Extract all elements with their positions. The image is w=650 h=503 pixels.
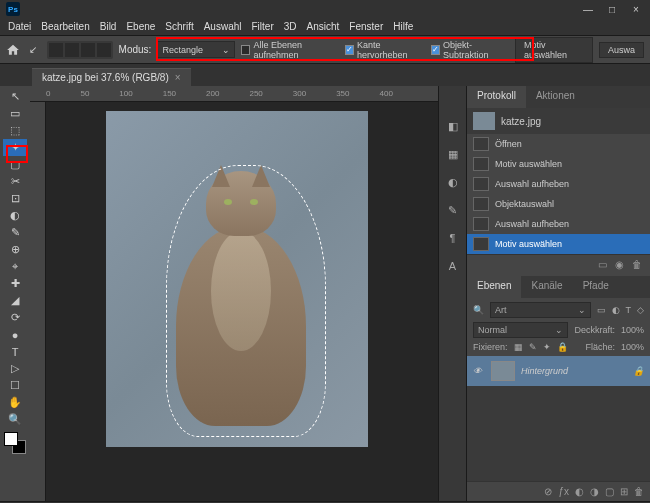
group-icon[interactable]: ▢ [605,486,614,497]
opacity-value[interactable]: 100% [621,325,644,335]
tab-actions[interactable]: Aktionen [526,86,585,108]
app-logo: Ps [6,2,20,16]
lock-icon: 🔒 [633,366,644,376]
checkbox-edge[interactable]: ✓Kante hervorheben [345,40,425,60]
new-layer-icon[interactable]: ⊞ [620,486,628,497]
history-item[interactable]: Öffnen [467,134,650,154]
menu-item[interactable]: Bild [100,21,117,32]
swatches-panel-icon[interactable]: ▦ [445,146,461,162]
history-item[interactable]: Motiv auswählen [467,234,650,254]
menu-item[interactable]: Hilfe [393,21,413,32]
menu-item[interactable]: Filter [252,21,274,32]
lock-icon[interactable]: 🔒 [557,342,568,352]
history-source[interactable]: katze.jpg [467,108,650,134]
opacity-label: Deckkraft: [574,325,615,335]
visibility-icon[interactable]: 👁 [473,366,485,376]
stamp-tool[interactable]: ⊕ [3,241,27,258]
filter-icon[interactable]: T [626,305,632,315]
frame-tool[interactable]: ✂ [3,173,27,190]
paragraph-panel-icon[interactable]: ¶ [445,230,461,246]
maximize-button[interactable]: □ [604,4,620,15]
layer-filter-select[interactable]: Art⌄ [490,302,591,318]
history-brush-tool[interactable]: ⌖ [3,258,27,275]
dodge-tool[interactable]: ● [3,326,27,343]
lock-icon[interactable]: ▦ [514,342,523,352]
canvas-area[interactable]: 050100150200250300350400 [30,86,438,501]
blur-tool[interactable]: ⟳ [3,309,27,326]
camera-icon[interactable]: ◉ [615,259,624,270]
tab-layers[interactable]: Ebenen [467,276,521,298]
tab-history[interactable]: Protokoll [467,86,526,108]
lock-icon[interactable]: ✦ [543,342,551,352]
selection-mode-group[interactable] [47,41,113,59]
fx-icon[interactable]: ƒx [558,486,569,497]
document-canvas[interactable] [106,111,368,447]
select-button[interactable]: Auswa [599,42,644,58]
home-icon[interactable] [6,42,20,58]
history-panel: Protokoll Aktionen katze.jpg Öffnen Moti… [467,86,650,276]
lasso-tool[interactable]: ⬚ [3,122,27,139]
options-bar: ↙ Modus: Rectangle⌄ Alle Ebenen aufnehme… [0,36,650,64]
type-tool[interactable]: T [3,343,27,360]
minimize-button[interactable]: — [580,4,596,15]
history-item[interactable]: Auswahl aufheben [467,174,650,194]
filter-icon[interactable]: ▭ [597,305,606,315]
menu-item[interactable]: Ebene [126,21,155,32]
ruler-horizontal: 050100150200250300350400 [30,86,438,102]
gradient-tool[interactable]: ◢ [3,292,27,309]
crop-tool[interactable]: ▢ [3,156,27,173]
history-item[interactable]: Motiv auswählen [467,154,650,174]
tab-channels[interactable]: Kanäle [521,276,572,298]
arrow-icon[interactable]: ↙ [26,42,40,58]
menu-item[interactable]: Bearbeiten [41,21,89,32]
adjustments-panel-icon[interactable]: ◐ [445,174,461,190]
color-swatch[interactable] [4,432,26,454]
eyedropper-tool[interactable]: ⊡ [3,190,27,207]
trash-icon[interactable]: 🗑 [632,259,642,270]
history-item[interactable]: Auswahl aufheben [467,214,650,234]
adjustment-icon[interactable]: ◑ [590,486,599,497]
filter-icon[interactable]: ◇ [637,305,644,315]
layer-name: Hintergrund [521,366,568,376]
link-icon[interactable]: ⊘ [544,486,552,497]
menu-item[interactable]: 3D [284,21,297,32]
hand-tool[interactable]: ✋ [3,394,27,411]
history-item[interactable]: Objektauswahl [467,194,650,214]
menu-item[interactable]: Datei [8,21,31,32]
snapshot-icon[interactable]: ▭ [598,259,607,270]
trash-icon[interactable]: 🗑 [634,486,644,497]
mask-icon[interactable]: ◐ [575,486,584,497]
brush-panel-icon[interactable]: ✎ [445,202,461,218]
eraser-tool[interactable]: ✚ [3,275,27,292]
fill-value[interactable]: 100% [621,342,644,352]
character-panel-icon[interactable]: A [445,258,461,274]
zoom-tool[interactable]: 🔍 [3,411,27,428]
marquee-tool[interactable]: ▭ [3,105,27,122]
color-panel-icon[interactable]: ◧ [445,118,461,134]
move-tool[interactable]: ↖ [3,88,27,105]
shape-tool[interactable]: ☐ [3,377,27,394]
close-tab-icon[interactable]: × [175,72,181,83]
ruler-vertical [30,102,46,501]
tab-paths[interactable]: Pfade [573,276,619,298]
document-tab[interactable]: katze.jpg bei 37.6% (RGB/8) × [32,68,191,86]
blend-mode-select[interactable]: Normal⌄ [473,322,568,338]
filter-icon[interactable]: ◐ [612,305,620,315]
pen-tool[interactable]: ▷ [3,360,27,377]
checkbox-subtraction[interactable]: ✓Objekt-Subtraktion [431,40,509,60]
menu-item[interactable]: Auswahl [204,21,242,32]
object-selection-tool[interactable]: ✦ [3,139,27,156]
healing-tool[interactable]: ◐ [3,207,27,224]
menu-item[interactable]: Schrift [165,21,193,32]
checkbox-all-layers[interactable]: Alle Ebenen aufnehmen [241,40,338,60]
lock-icon[interactable]: ✎ [529,342,537,352]
layer-thumbnail [491,361,515,381]
close-button[interactable]: × [628,4,644,15]
tab-title: katze.jpg bei 37.6% (RGB/8) [42,72,169,83]
brush-tool[interactable]: ✎ [3,224,27,241]
layer-row[interactable]: 👁 Hintergrund 🔒 [467,356,650,386]
select-subject-button[interactable]: Motiv auswählen [515,37,593,63]
menu-item[interactable]: Fenster [349,21,383,32]
mode-select[interactable]: Rectangle⌄ [157,41,235,58]
menu-item[interactable]: Ansicht [307,21,340,32]
